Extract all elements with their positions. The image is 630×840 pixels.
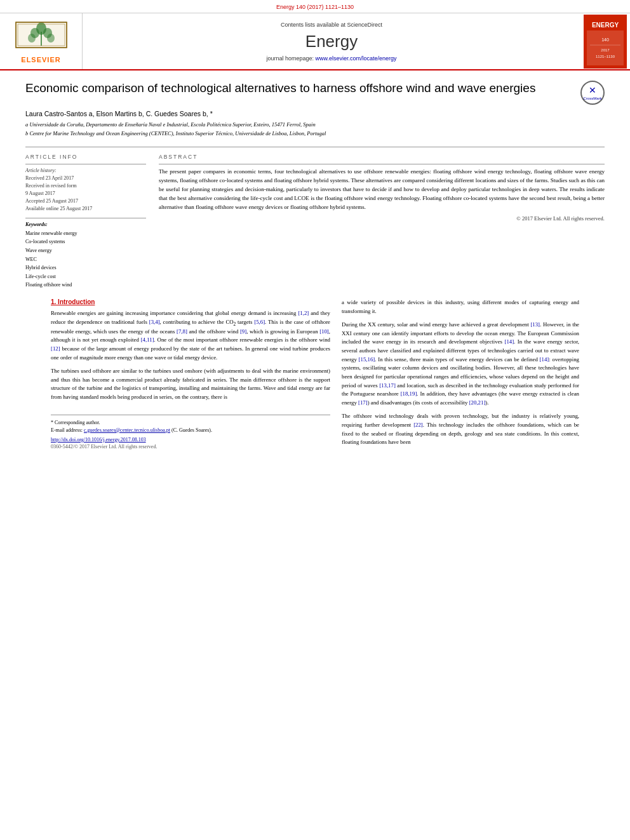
svg-point-6: [47, 34, 55, 43]
journal-center: Contents lists available at ScienceDirec…: [83, 13, 580, 69]
abstract-title: ABSTRACT: [159, 154, 605, 160]
svg-point-5: [28, 34, 36, 43]
article-info: ARTICLE INFO Article history: Received 2…: [25, 154, 146, 290]
journal-homepage-link[interactable]: www.elsevier.com/locate/energy: [316, 55, 397, 62]
abstract-section: ABSTRACT The present paper compares in e…: [159, 154, 605, 290]
crossmark-badge[interactable]: CrossMark: [580, 81, 605, 105]
received-revised-label: Received in revised form: [25, 182, 146, 190]
main-body: 1. Introduction Renewable energies are g…: [25, 298, 605, 452]
energy-journal-logo: ENERGY 140 2017 1121–1130: [580, 13, 630, 69]
elsevier-wordmark: ELSEVIER: [21, 56, 60, 63]
issn-line: 0360-5442/© 2017 Elsevier Ltd. All right…: [51, 444, 330, 450]
affiliations: a Universidade da Coruña, Departamento d…: [25, 121, 605, 138]
keyword-3: Wave energy: [25, 246, 146, 255]
doi-line: http://dx.doi.org/10.1016/j.energy.2017.…: [51, 437, 330, 443]
right-para-2: During the XX century, solar and wind en…: [342, 321, 579, 407]
copyright-line: © 2017 Elsevier Ltd. All rights reserved…: [159, 215, 605, 222]
keywords-label: Keywords:: [25, 222, 146, 227]
svg-text:ENERGY: ENERGY: [592, 22, 619, 29]
journal-citation: Energy 140 (2017) 1121–1130: [276, 4, 354, 10]
intro-para-2: The turbines used offshore are similar t…: [51, 367, 330, 402]
top-bar: Energy 140 (2017) 1121–1130: [0, 0, 630, 13]
intro-heading: 1. Introduction: [51, 298, 330, 305]
right-para-1: a wide variety of possible devices in th…: [342, 298, 579, 316]
svg-text:2017: 2017: [601, 48, 610, 52]
article-title: Economic comparison of technological alt…: [25, 81, 605, 97]
keyword-7: Floating offshore wind: [25, 281, 146, 290]
keywords-divider: [25, 218, 146, 218]
elsevier-logo-section: ELSEVIER: [0, 13, 83, 69]
corresponding-author-note: * Corresponding author.: [51, 419, 330, 427]
keyword-5: Hybrid devices: [25, 263, 146, 272]
email-link[interactable]: c.guedes.soares@centec.tecnico.ulisboa.p…: [84, 427, 170, 433]
svg-text:140: 140: [601, 37, 609, 42]
accepted-date: Accepted 25 August 2017: [25, 197, 146, 205]
journal-title: Energy: [305, 32, 358, 51]
energy-logo-svg: ENERGY 140 2017 1121–1130: [584, 15, 627, 69]
affiliation-b: b Centre for Marine Technology and Ocean…: [25, 130, 605, 138]
elsevier-logo-image: [13, 19, 70, 54]
keyword-4: WEC: [25, 255, 146, 264]
article-content: CrossMark Economic comparison of technol…: [0, 70, 630, 465]
intro-para-1: Renewable energies are gaining increasin…: [51, 309, 330, 362]
received-revised-date: 9 August 2017: [25, 190, 146, 197]
available-online-date: Available online 25 August 2017: [25, 205, 146, 213]
svg-text:1121–1130: 1121–1130: [596, 55, 615, 58]
info-divider: [25, 164, 146, 164]
journal-homepage-line: journal homepage: www.elsevier.com/locat…: [266, 55, 396, 62]
history-label: Article history:: [25, 168, 146, 173]
footnotes-section: * Corresponding author. E-mail address: …: [51, 415, 330, 450]
keyword-2: Co-located systems: [25, 237, 146, 246]
article-info-abstract-section: ARTICLE INFO Article history: Received 2…: [25, 147, 605, 290]
keywords-section: Keywords: Marine renewable energy Co-loc…: [25, 222, 146, 290]
affiliation-a: a Universidade da Coruña, Departamento d…: [25, 121, 605, 129]
crossmark-label: CrossMark: [583, 97, 601, 100]
received-date: Received 23 April 2017: [25, 175, 146, 182]
contents-available-line: Contents lists available at ScienceDirec…: [281, 22, 382, 28]
authors-line: Laura Castro-Santos a, Elson Martins b, …: [25, 110, 605, 117]
doi-link[interactable]: http://dx.doi.org/10.1016/j.energy.2017.…: [51, 437, 146, 443]
abstract-divider: [159, 164, 605, 164]
email-line: E-mail address: c.guedes.soares@centec.t…: [51, 427, 330, 434]
abstract-text: The present paper compares in economic t…: [159, 168, 605, 212]
journal-header: ELSEVIER Contents lists available at Sci…: [0, 13, 630, 70]
keyword-1: Marine renewable energy: [25, 229, 146, 238]
right-para-3: The offshore wind technology deals with …: [342, 412, 579, 447]
right-column: a wide variety of possible devices in th…: [342, 298, 579, 452]
article-info-title: ARTICLE INFO: [25, 154, 146, 160]
keyword-6: Life-cycle cost: [25, 272, 146, 281]
left-column: 1. Introduction Renewable energies are g…: [51, 298, 330, 452]
article-history: Article history: Received 23 April 2017 …: [25, 168, 146, 213]
